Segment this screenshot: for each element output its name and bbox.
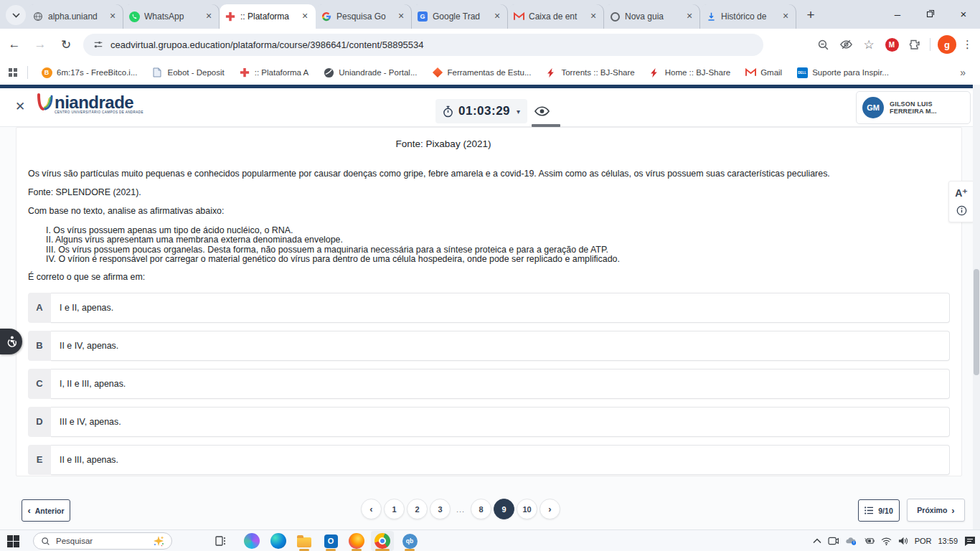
start-button[interactable] (7, 535, 19, 547)
close-exam-icon[interactable]: ✕ (13, 100, 27, 114)
bookmark-freebitco[interactable]: B 6m:17s - FreeBitco.i... (35, 64, 143, 81)
close-icon[interactable]: × (780, 11, 791, 22)
close-window-button[interactable]: × (947, 0, 980, 27)
bookmark-ferramentas[interactable]: Ferramentas de Estu... (426, 64, 537, 81)
close-icon[interactable]: × (299, 11, 311, 22)
bookmark-dell-suporte[interactable]: DELL Suporte para Inspir... (791, 64, 895, 81)
tab-google-translate[interactable]: G Google Trad × (412, 4, 508, 29)
bookmark-eobot[interactable]: Eobot - Deposit (146, 64, 230, 81)
reload-icon[interactable]: ↻ (55, 33, 77, 56)
next-button[interactable]: Próximo › (907, 499, 965, 522)
option-a[interactable]: A I e II, apenas. (28, 293, 950, 323)
url-text[interactable]: ceadvirtual.grupoa.education/plataforma/… (110, 39, 424, 50)
restore-button[interactable] (914, 0, 947, 27)
apps-grid-icon[interactable] (7, 67, 19, 78)
scrollbar-thumb[interactable] (974, 269, 979, 375)
close-icon[interactable]: × (684, 11, 695, 22)
tab-nova-guia[interactable]: Nova guia × (604, 4, 700, 29)
page-2[interactable]: 2 (407, 499, 428, 519)
option-d[interactable]: D III e IV, apenas. (28, 407, 950, 437)
chevron-left-icon: ‹ (27, 505, 30, 516)
page-1[interactable]: 1 (384, 499, 405, 519)
taskbar-search[interactable]: Pesquisar (33, 532, 172, 550)
bookmark-label: :: Plataforma A (255, 68, 308, 77)
zoom-icon[interactable] (812, 34, 834, 55)
profile-avatar[interactable]: g (936, 34, 958, 55)
page-prev-icon[interactable]: ‹ (361, 499, 382, 519)
edge-icon[interactable] (270, 532, 287, 550)
chevron-up-icon[interactable] (813, 538, 821, 544)
battery-icon[interactable] (863, 537, 875, 545)
page-3[interactable]: 3 (430, 499, 451, 519)
option-c[interactable]: C I, II e III, apenas. (28, 369, 950, 399)
dell-icon: DELL (796, 67, 808, 78)
tab-label: Google Trad (433, 11, 487, 22)
task-view-icon[interactable] (215, 535, 227, 547)
tab-plataforma-active[interactable]: :: Plataforma × (220, 4, 316, 29)
previous-button[interactable]: ‹ Anterior (22, 499, 70, 522)
page-8[interactable]: 8 (471, 499, 491, 519)
copilot-sparkle-icon[interactable] (153, 535, 164, 547)
page-10[interactable]: 10 (517, 499, 537, 519)
search-placeholder: Pesquisar (56, 537, 93, 545)
font-increase-button[interactable]: A⁺ (955, 187, 968, 199)
user-name: GILSON LUIS FERREIRA M... (890, 100, 964, 115)
eye-off-icon[interactable] (835, 34, 857, 55)
close-icon[interactable]: × (491, 11, 503, 22)
tab-pesquisa-google[interactable]: Pesquisa Go × (316, 4, 412, 29)
page-next-icon[interactable]: › (540, 499, 560, 519)
bookmark-label: Uniandrade - Portal... (339, 68, 417, 77)
tab-alpha-uniandrade[interactable]: alpha.uniand × (27, 4, 123, 29)
page-9-active[interactable]: 9 (494, 499, 514, 519)
tab-search-chevron-icon[interactable] (6, 5, 26, 25)
browser-menu-icon[interactable]: ⋮ (958, 38, 980, 51)
wifi-icon[interactable] (881, 537, 892, 545)
close-icon[interactable]: × (395, 11, 407, 22)
question-counter-button[interactable]: 9/10 (858, 499, 900, 522)
bookmark-home-bjshare[interactable]: Home :: BJ-Share (644, 64, 736, 81)
extensions-puzzle-icon[interactable] (904, 34, 925, 55)
tab-historico-downloads[interactable]: Histórico de × (700, 4, 796, 29)
option-b[interactable]: B II e IV, apenas. (28, 331, 950, 361)
file-explorer-icon[interactable] (296, 532, 313, 550)
qbittorrent-icon[interactable]: qb (401, 532, 418, 550)
bookmark-star-icon[interactable]: ☆ (858, 34, 880, 55)
forward-icon[interactable]: → (29, 33, 52, 56)
exam-timer[interactable]: 01:03:29 ▾ (435, 99, 527, 123)
tab-whatsapp[interactable]: WhatsApp × (123, 4, 220, 29)
volume-icon[interactable] (898, 537, 908, 545)
firefox-icon[interactable] (348, 532, 365, 550)
bookmark-torrents-bjshare[interactable]: Torrents :: BJ-Share (540, 64, 640, 81)
site-settings-icon[interactable] (93, 39, 103, 50)
close-icon[interactable]: × (203, 11, 215, 22)
outlook-icon[interactable]: O (322, 532, 339, 550)
chrome-icon[interactable] (374, 532, 391, 550)
address-bar: ← → ↻ ceadvirtual.grupoa.education/plata… (0, 29, 980, 60)
visibility-eye-icon[interactable] (534, 106, 550, 116)
brand-rest: niandrade (55, 93, 133, 112)
mega-extension-icon[interactable]: M (881, 34, 903, 55)
back-icon[interactable]: ← (3, 33, 26, 56)
bookmark-gmail[interactable]: Gmail (739, 64, 788, 81)
meet-now-icon[interactable] (828, 537, 839, 545)
bookmark-plataforma[interactable]: :: Plataforma A (233, 64, 314, 81)
info-icon[interactable] (956, 205, 967, 216)
bookmarks-overflow-icon[interactable]: » (953, 67, 973, 78)
chevron-down-icon[interactable]: ▾ (517, 108, 520, 116)
url-bar[interactable]: ceadvirtual.grupoa.education/plataforma/… (83, 34, 763, 56)
action-center-icon[interactable] (964, 536, 976, 546)
search-icon (41, 537, 50, 546)
clock[interactable]: 13:59 (938, 537, 958, 545)
minimize-button[interactable]: – (881, 0, 914, 27)
onedrive-icon[interactable] (845, 537, 857, 545)
new-tab-button[interactable]: + (801, 5, 821, 25)
image-caption: Fonte: Pixabay (2021) (17, 138, 870, 149)
tab-gmail-inbox[interactable]: Caixa de ent × (508, 4, 604, 29)
language-indicator[interactable]: POR (915, 537, 932, 545)
bookmark-uniandrade-portal[interactable]: Uniandrade - Portal... (317, 64, 423, 81)
option-e[interactable]: E II e III, apenas. (28, 445, 950, 475)
copilot-icon[interactable] (243, 532, 260, 550)
user-card[interactable]: GM GILSON LUIS FERREIRA M... (856, 91, 971, 124)
close-icon[interactable]: × (588, 11, 599, 22)
close-icon[interactable]: × (107, 11, 118, 22)
